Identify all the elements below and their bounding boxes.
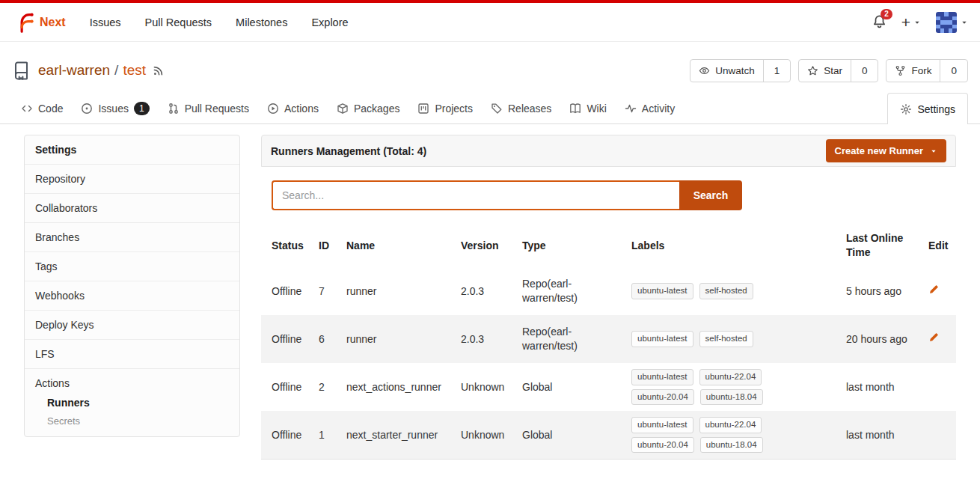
issue-icon [81, 103, 93, 115]
pencil-icon [928, 284, 940, 295]
runner-type: Repo(earl-warren/test) [522, 325, 631, 353]
sidebar-item-repository[interactable]: Repository [25, 164, 239, 193]
search-button[interactable]: Search [679, 180, 742, 210]
code-icon [21, 103, 33, 115]
star-button-group: Star 0 [798, 59, 878, 82]
runner-version: Unknown [461, 380, 522, 394]
runner-version: 2.0.3 [461, 332, 522, 347]
create-menu-button[interactable]: + [901, 14, 921, 30]
tab-label: Releases [508, 103, 551, 115]
col-version: Version [461, 239, 522, 253]
runner-type: Repo(earl-warren/test) [522, 277, 631, 305]
sidebar-item-collaborators[interactable]: Collaborators [25, 193, 239, 222]
runner-status: Offline [272, 284, 319, 299]
tab-issues[interactable]: Issues 1 [72, 93, 158, 124]
tag-icon [491, 103, 503, 115]
star-label: Star [824, 65, 842, 76]
sidebar-item-deploy-keys[interactable]: Deploy Keys [25, 310, 239, 339]
table-row: Offline 1 next_starter_runner Unknown Gl… [261, 411, 956, 459]
edit-runner-button[interactable] [928, 284, 940, 295]
tab-pull-requests[interactable]: Pull Requests [159, 93, 258, 124]
book-icon [569, 103, 581, 115]
play-circle-icon [267, 103, 279, 115]
col-last-online: Last Online Time [846, 231, 928, 260]
fork-label: Fork [911, 65, 931, 76]
rss-feed-button[interactable] [153, 65, 164, 76]
label-chip: ubuntu-20.04 [631, 389, 694, 406]
label-chip: self-hosted [699, 283, 753, 299]
label-chip: ubuntu-20.04 [631, 437, 694, 454]
user-menu-button[interactable] [936, 12, 968, 33]
sidebar-title: Settings [25, 135, 239, 164]
issues-count-badge: 1 [134, 102, 150, 115]
tab-label: Projects [435, 103, 473, 115]
sidebar-subitem-secrets[interactable]: Secrets [35, 415, 229, 427]
star-button[interactable]: Star [799, 60, 851, 82]
col-name: Name [346, 239, 461, 253]
col-labels: Labels [631, 239, 846, 253]
tab-wiki[interactable]: Wiki [560, 93, 615, 124]
sidebar-item-lfs[interactable]: LFS [25, 339, 239, 368]
sidebar-item-tags[interactable]: Tags [25, 251, 239, 281]
runner-status: Offline [272, 332, 319, 347]
runner-type: Global [522, 380, 631, 394]
avatar [936, 12, 957, 33]
runner-version: Unknown [461, 428, 522, 442]
sidebar-subitem-runners[interactable]: Runners [35, 397, 229, 409]
page-title: Runners Management (Total: 4) [271, 145, 426, 157]
nav-item-milestones[interactable]: Milestones [224, 16, 299, 28]
label-chip: ubuntu-18.04 [700, 389, 763, 406]
create-runner-button[interactable]: Create new Runner [826, 139, 946, 162]
repo-owner-link[interactable]: earl-warren [38, 62, 110, 79]
sidebar-item-actions[interactable]: Actions Runners Secrets [25, 368, 239, 436]
label-chip: ubuntu-22.04 [699, 417, 762, 433]
brand-label[interactable]: Next [40, 16, 66, 29]
runner-id: 2 [319, 380, 346, 394]
star-icon [807, 65, 818, 76]
runner-last-online: 20 hours ago [846, 332, 928, 347]
runner-status: Offline [272, 428, 319, 442]
chevron-down-icon [961, 19, 968, 26]
runners-panel: Runners Management (Total: 4) Create new… [261, 135, 956, 460]
runner-labels: ubuntu-latest ubuntu-22.04 ubuntu-20.04 … [631, 417, 785, 453]
rss-icon [153, 65, 164, 76]
label-chip: ubuntu-latest [631, 369, 693, 385]
search-bar: Search [272, 180, 946, 210]
col-status: Status [272, 239, 319, 253]
runner-version: 2.0.3 [461, 284, 522, 299]
tab-projects[interactable]: Projects [408, 93, 482, 124]
repo-name-link[interactable]: test [123, 62, 146, 79]
stars-count[interactable]: 0 [851, 60, 878, 82]
unwatch-button[interactable]: Unwatch [690, 60, 763, 82]
panel-header: Runners Management (Total: 4) Create new… [261, 135, 956, 167]
nav-item-explore[interactable]: Explore [299, 16, 360, 28]
sidebar-item-branches[interactable]: Branches [25, 222, 239, 251]
runner-name: runner [346, 332, 461, 347]
unwatch-label: Unwatch [715, 65, 755, 76]
forks-count[interactable]: 0 [940, 60, 967, 82]
edit-runner-button[interactable] [928, 332, 940, 343]
sidebar-item-webhooks[interactable]: Webhooks [25, 281, 239, 310]
notifications-button[interactable]: 2 [872, 14, 886, 31]
tab-code[interactable]: Code [12, 93, 72, 124]
tab-packages[interactable]: Packages [328, 93, 408, 124]
gear-icon [900, 103, 912, 115]
tab-actions[interactable]: Actions [258, 93, 328, 124]
chevron-down-icon [930, 147, 937, 155]
nav-item-pull-requests[interactable]: Pull Requests [133, 16, 224, 28]
pencil-icon [928, 332, 940, 343]
runner-labels: ubuntu-latest self-hosted [631, 283, 785, 299]
search-input[interactable] [272, 180, 679, 210]
tab-label: Code [38, 103, 63, 115]
watchers-count[interactable]: 1 [763, 60, 791, 82]
pulse-icon [625, 103, 637, 115]
tab-releases[interactable]: Releases [482, 93, 560, 124]
tab-label: Activity [642, 103, 675, 115]
fork-button[interactable]: Fork [886, 60, 940, 82]
tab-settings[interactable]: Settings [887, 93, 968, 124]
forgejo-logo[interactable] [12, 11, 34, 34]
nav-item-issues[interactable]: Issues [78, 16, 133, 28]
tab-activity[interactable]: Activity [616, 93, 684, 124]
tab-label: Wiki [587, 103, 606, 115]
package-icon [337, 103, 349, 115]
